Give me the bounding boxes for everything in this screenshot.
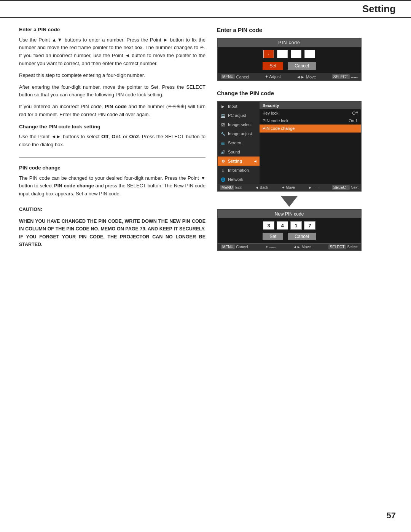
sub-menu-title: Security <box>263 103 279 108</box>
sub-menu-pin-lock: PIN code lock On 1 <box>260 117 361 125</box>
new-pin-statusbar: MENU Cancel ✦ ----- ◄► Move SELECT Selec… <box>218 243 361 250</box>
menu-item-screen[interactable]: 📺 Screen <box>218 138 260 147</box>
page-title: Setting <box>0 3 396 15</box>
pin-status-move: ◄► Move <box>296 74 316 79</box>
pin-digit-4 <box>304 50 315 58</box>
caution-section: CAUTION: WHEN YOU HAVE CHANGED THE PIN C… <box>19 206 206 249</box>
new-pin-header: New PIN code <box>218 210 361 218</box>
sub-menu-header: Security <box>260 102 361 109</box>
menu-item-information[interactable]: ℹ Information <box>218 166 260 175</box>
menu-left: ▶ Input 💻 PC adjust 🖼 Image select � <box>218 102 260 184</box>
menu-item-pc-adjust[interactable]: 💻 PC adjust <box>218 111 260 120</box>
arrow-down-icon <box>281 196 298 207</box>
enter-pin-heading: Enter a PIN code <box>19 26 206 34</box>
pin-change-bold: PIN code change <box>54 183 94 189</box>
menu-item-image-adjust[interactable]: 🔧 Image adjust <box>218 129 260 138</box>
enter-pin-right-title: Enter a PIN code <box>217 26 362 35</box>
change-pin-lock-heading: Change the PIN code lock setting <box>19 123 206 131</box>
sub-menu-pin-change[interactable]: PIN code change ↵ <box>260 125 361 133</box>
section-change-pin-lock: Change the PIN code lock setting Use the… <box>19 123 206 149</box>
pin-code-change-para: The PIN code can be changed to your desi… <box>19 174 206 198</box>
pin-cancel-button[interactable]: Cancel <box>288 62 315 70</box>
pin-digit-row: · <box>263 50 315 58</box>
new-pin-digit-2: 4 <box>277 221 288 230</box>
enter-pin-para3: After entering the four-digit number, mo… <box>19 83 206 99</box>
pin-enter-box: PIN code · Set Cancel MENU Cancel <box>217 38 362 81</box>
setting-icon: ⚙ <box>220 158 226 164</box>
change-pin-section: Change the PIN code ▶ Input 💻 PC adjust <box>217 89 362 251</box>
screen-icon: 📺 <box>220 140 226 145</box>
change-pin-lock-para: Use the Point ◄► buttons to select Off, … <box>19 133 206 149</box>
new-pin-body: 3 4 1 7 Set Cancel <box>218 218 361 243</box>
pin-box-body: · Set Cancel <box>218 47 361 73</box>
left-column: Enter a PIN code Use the Point ▲▼ button… <box>19 26 206 252</box>
pc-adjust-icon: 💻 <box>220 113 226 118</box>
pin-btn-row: Set Cancel <box>263 62 315 70</box>
sub-menu-keylock: Key lock Off <box>260 109 361 117</box>
menu-item-input[interactable]: ▶ Input <box>218 102 260 111</box>
menu-item-setting[interactable]: ⚙ Setting ◄ <box>218 157 260 166</box>
new-pin-digit-4: 7 <box>304 221 315 230</box>
menu-statusbar: MENU Exit ◄ Back ✦ Move ►----- SELECT Ne… <box>218 184 361 191</box>
menu-item-network[interactable]: 🌐 Network <box>218 175 260 184</box>
pin-digit-3 <box>291 50 301 58</box>
caution-heading: CAUTION: <box>19 206 206 214</box>
new-pin-btn-row: Set Cancel <box>263 233 315 240</box>
enter-pin-para1: Use the Point ▲▼ buttons to enter a numb… <box>19 36 206 68</box>
section-enter-pin: Enter a PIN code Use the Point ▲▼ button… <box>19 26 206 119</box>
input-icon: ▶ <box>220 104 226 109</box>
network-icon: 🌐 <box>220 177 226 182</box>
pin-status-cancel: MENU Cancel <box>221 74 249 79</box>
new-pin-set-button[interactable]: Set <box>263 233 283 240</box>
new-pin-digits: 3 4 1 7 <box>263 221 315 230</box>
caution-body: WHEN YOU HAVE CHANGED THE PIN CODE, WRIT… <box>19 217 206 249</box>
change-pin-right-title: Change the PIN code <box>217 89 362 98</box>
menu-item-sound[interactable]: 🔊 Sound <box>218 147 260 157</box>
new-pin-cancel-button[interactable]: Cancel <box>288 233 315 240</box>
pin-status-select: SELECT ----- <box>332 74 358 79</box>
section-pin-code-change: PIN code change The PIN code can be chan… <box>19 164 206 198</box>
pin-code-change-heading: PIN code change <box>19 164 206 172</box>
pin-box-header: PIN code <box>218 38 361 47</box>
menu-right: Security Key lock Off PIN code lock On 1… <box>260 102 361 184</box>
menu-item-image-select[interactable]: 🖼 Image select <box>218 120 260 129</box>
image-adjust-icon: 🔧 <box>220 131 226 136</box>
caution-label: CAUTION: <box>19 207 42 212</box>
menu-ui: ▶ Input 💻 PC adjust 🖼 Image select � <box>217 101 362 192</box>
new-pin-box: New PIN code 3 4 1 7 Set Cancel MENU Can… <box>217 209 362 251</box>
pin-digit-1: · <box>263 50 274 58</box>
right-column: Enter a PIN code PIN code · Set Cancel M… <box>217 26 362 252</box>
arrow-down-container <box>217 196 362 207</box>
page-number: 57 <box>387 511 396 521</box>
title-bar: Setting <box>0 0 411 18</box>
main-content: Enter a PIN code Use the Point ▲▼ button… <box>0 18 411 252</box>
pin-status-adjust: ✦ Adjust <box>265 74 281 79</box>
enter-pin-para2: Repeat this step to complete entering a … <box>19 72 206 80</box>
pin-digit-2 <box>277 50 288 58</box>
para4-bold1: PIN code <box>105 104 127 109</box>
new-pin-digit-3: 1 <box>290 221 302 230</box>
sound-icon: 🔊 <box>220 149 226 155</box>
new-pin-digit-1: 3 <box>263 221 274 230</box>
section-divider <box>19 157 206 158</box>
pin-enter-statusbar: MENU Cancel ✦ Adjust ◄► Move SELECT ----… <box>218 73 361 80</box>
image-select-icon: 🖼 <box>220 122 226 127</box>
para4-prefix: If you entered an incorrect PIN code, <box>19 104 105 109</box>
enter-pin-para4: If you entered an incorrect PIN code, PI… <box>19 103 206 119</box>
information-icon: ℹ <box>220 168 226 173</box>
pin-set-button[interactable]: Set <box>263 62 283 70</box>
menu-ui-inner: ▶ Input 💻 PC adjust 🖼 Image select � <box>218 102 361 184</box>
